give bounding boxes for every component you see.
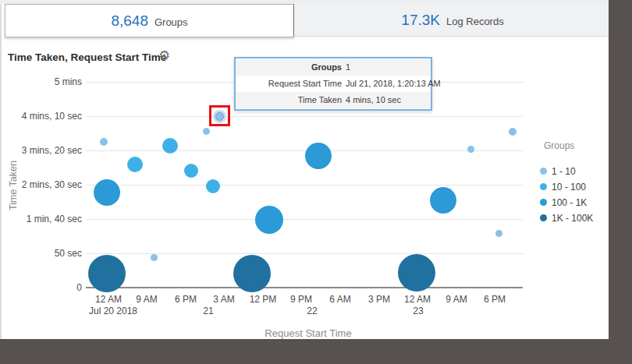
- gridline: [86, 185, 523, 186]
- x-date-label: 21: [173, 306, 243, 317]
- x-axis-line: [86, 287, 523, 288]
- x-date-label: Jul 20 2018: [78, 306, 148, 317]
- y-tick-label: 4 mins, 10 sec: [0, 110, 82, 122]
- gridline: [86, 150, 523, 151]
- gridline: [86, 116, 523, 117]
- bubble[interactable]: [233, 255, 271, 292]
- tooltip-series-label: Groups: [236, 59, 346, 76]
- tooltip-row-value: 4 mins, 10 sec: [346, 92, 401, 108]
- tooltip-row-label: Time Taken: [236, 92, 346, 108]
- bubble[interactable]: [430, 187, 456, 214]
- legend-swatch: [540, 183, 547, 190]
- bubble[interactable]: [398, 254, 435, 292]
- right-chrome-panel: [609, 0, 632, 364]
- bubble[interactable]: [162, 138, 178, 154]
- bubble[interactable]: [255, 206, 283, 234]
- bubble[interactable]: [184, 164, 198, 178]
- datapoint-tooltip: Groups 1 Request Start Time Jul 21, 2018…: [234, 57, 432, 111]
- x-axis-title: Request Start Time: [230, 327, 386, 339]
- bubble[interactable]: [467, 146, 474, 153]
- bubble[interactable]: [100, 138, 108, 146]
- app-window: 8,648 Groups 17.3K Log Records Time Take…: [0, 0, 632, 364]
- bottom-chrome-bar: [0, 339, 632, 364]
- legend-swatch: [540, 214, 547, 221]
- gridline: [86, 219, 523, 220]
- x-date-label: 23: [383, 306, 453, 317]
- plot-area: 5 mins4 mins, 10 sec3 mins, 20 sec2 mins…: [0, 0, 632, 364]
- y-axis-title: Time Taken: [8, 150, 19, 221]
- x-tick-label: 6 PM: [470, 294, 520, 306]
- tooltip-row-label: Request Start Time: [236, 76, 346, 92]
- bubble[interactable]: [305, 143, 332, 169]
- bubble[interactable]: [509, 128, 517, 136]
- bubble[interactable]: [127, 157, 143, 172]
- bubble[interactable]: [203, 128, 210, 135]
- tooltip-title-row: Groups 1: [236, 59, 431, 76]
- tooltip-row: Time Taken 4 mins, 10 sec: [236, 92, 431, 108]
- tooltip-row: Request Start Time Jul 21, 2018, 1:20:13…: [236, 76, 431, 92]
- legend-swatch: [540, 168, 547, 175]
- tooltip-series-value: 1: [346, 59, 350, 76]
- legend-title: Groups: [544, 140, 574, 151]
- bubble[interactable]: [495, 230, 502, 237]
- bubble[interactable]: [151, 254, 158, 261]
- x-date-label: 22: [277, 306, 347, 317]
- bubble[interactable]: [206, 179, 220, 193]
- selection-highlight-box: [209, 105, 230, 126]
- bubble[interactable]: [94, 179, 120, 206]
- bubble[interactable]: [88, 255, 126, 292]
- y-tick-label: 50 sec: [0, 247, 82, 260]
- y-tick-label: 0: [0, 281, 82, 294]
- y-tick-label: 5 mins: [0, 76, 82, 88]
- legend-swatch: [540, 199, 547, 206]
- tooltip-row-value: Jul 21, 2018, 1:20:13 AM: [346, 76, 441, 92]
